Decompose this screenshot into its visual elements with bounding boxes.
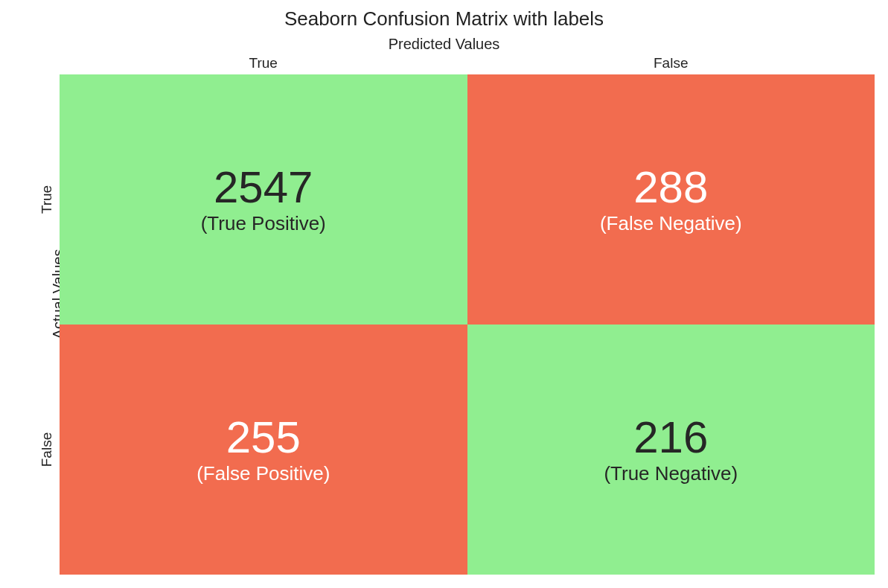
row-tick-false-label: False — [39, 432, 55, 467]
confusion-matrix-chart: Seaborn Confusion Matrix with labels Pre… — [0, 0, 888, 588]
cell-label: (True Positive) — [201, 212, 326, 235]
row-tick-true: True — [36, 74, 58, 325]
cell-false-positive: 255 (False Positive) — [60, 325, 467, 575]
cell-value: 2547 — [214, 164, 313, 211]
cell-label: (False Negative) — [600, 212, 742, 235]
col-tick-false: False — [467, 55, 875, 73]
col-tick-true: True — [60, 55, 467, 73]
plot-area: True False True False 2547 (True Positiv… — [60, 74, 875, 575]
cell-label: (False Positive) — [197, 462, 330, 485]
heatmap-grid: 2547 (True Positive) 288 (False Negative… — [60, 74, 875, 575]
cell-value: 288 — [633, 164, 708, 211]
cell-value: 255 — [226, 414, 301, 461]
cell-false-negative: 288 (False Negative) — [467, 74, 875, 325]
row-ticks: True False — [36, 74, 58, 575]
column-ticks: True False — [60, 55, 875, 73]
cell-true-positive: 2547 (True Positive) — [60, 74, 467, 325]
cell-value: 216 — [633, 414, 708, 461]
chart-title: Seaborn Confusion Matrix with labels — [0, 7, 888, 31]
cell-label: (True Negative) — [604, 462, 738, 485]
cell-true-negative: 216 (True Negative) — [467, 325, 875, 575]
row-tick-true-label: True — [39, 185, 55, 214]
x-axis-label: Predicted Values — [0, 36, 888, 53]
row-tick-false: False — [36, 325, 58, 575]
